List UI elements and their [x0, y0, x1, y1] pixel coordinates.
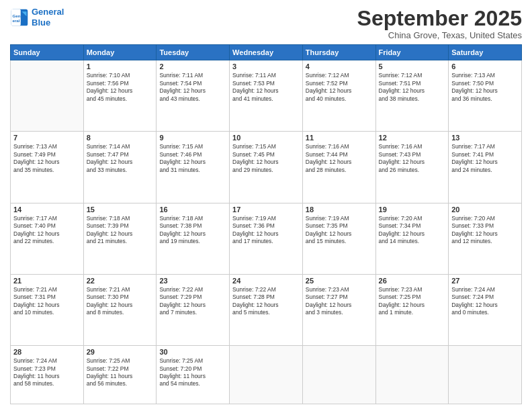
day-info: Sunrise: 7:15 AMSunset: 7:45 PMDaylight:…: [232, 143, 300, 174]
logo-text: General Blue: [32, 7, 64, 28]
col-friday: Friday: [375, 45, 449, 60]
col-monday: Monday: [83, 45, 157, 60]
table-row: 5Sunrise: 7:12 AMSunset: 7:51 PMDaylight…: [375, 60, 449, 132]
table-row: 7Sunrise: 7:13 AMSunset: 7:49 PMDaylight…: [11, 132, 84, 203]
table-row: 25Sunrise: 7:23 AMSunset: 7:27 PMDayligh…: [302, 274, 375, 345]
location: China Grove, Texas, United States: [357, 30, 522, 40]
title-area: September 2025 China Grove, Texas, Unite…: [357, 7, 522, 40]
header-row: Sunday Monday Tuesday Wednesday Thursday…: [11, 45, 522, 60]
day-info: Sunrise: 7:18 AMSunset: 7:38 PMDaylight:…: [159, 215, 226, 246]
day-number: 19: [379, 205, 446, 214]
table-row: 23Sunrise: 7:22 AMSunset: 7:29 PMDayligh…: [157, 274, 230, 345]
day-info: Sunrise: 7:18 AMSunset: 7:39 PMDaylight:…: [87, 215, 154, 246]
table-row: [449, 346, 522, 404]
table-row: 22Sunrise: 7:21 AMSunset: 7:30 PMDayligh…: [83, 274, 157, 345]
day-number: 21: [13, 277, 81, 285]
table-row: 21Sunrise: 7:21 AMSunset: 7:31 PMDayligh…: [11, 274, 84, 345]
day-number: 1: [87, 62, 154, 71]
day-info: Sunrise: 7:15 AMSunset: 7:46 PMDaylight:…: [159, 143, 226, 174]
day-info: Sunrise: 7:19 AMSunset: 7:36 PMDaylight:…: [232, 215, 300, 246]
day-number: 27: [451, 277, 519, 285]
day-info: Sunrise: 7:16 AMSunset: 7:44 PMDaylight:…: [306, 143, 373, 174]
table-row: 8Sunrise: 7:14 AMSunset: 7:47 PMDaylight…: [83, 132, 157, 203]
table-row: 26Sunrise: 7:23 AMSunset: 7:25 PMDayligh…: [375, 274, 449, 345]
day-number: 23: [159, 277, 226, 285]
day-info: Sunrise: 7:23 AMSunset: 7:25 PMDaylight:…: [379, 286, 446, 317]
day-info: Sunrise: 7:20 AMSunset: 7:34 PMDaylight:…: [379, 215, 446, 246]
day-info: Sunrise: 7:21 AMSunset: 7:31 PMDaylight:…: [13, 286, 81, 317]
day-number: 7: [13, 134, 81, 142]
table-row: 20Sunrise: 7:20 AMSunset: 7:33 PMDayligh…: [449, 203, 522, 274]
day-number: 12: [379, 134, 446, 142]
table-row: 29Sunrise: 7:25 AMSunset: 7:22 PMDayligh…: [83, 346, 157, 404]
day-number: 25: [306, 277, 373, 285]
day-number: 24: [232, 277, 300, 285]
table-row: 13Sunrise: 7:17 AMSunset: 7:41 PMDayligh…: [449, 132, 522, 203]
day-number: 9: [159, 134, 226, 142]
day-number: 16: [159, 205, 226, 214]
table-row: 28Sunrise: 7:24 AMSunset: 7:23 PMDayligh…: [11, 346, 84, 404]
header: Gen eral General Blue September 2025 Chi…: [10, 7, 522, 40]
day-number: 2: [159, 62, 226, 71]
table-row: [11, 60, 84, 132]
logo-line1: General: [32, 7, 64, 17]
day-info: Sunrise: 7:24 AMSunset: 7:24 PMDaylight:…: [451, 286, 519, 317]
day-number: 4: [306, 62, 373, 71]
day-info: Sunrise: 7:11 AMSunset: 7:54 PMDaylight:…: [159, 72, 226, 103]
table-row: 10Sunrise: 7:15 AMSunset: 7:45 PMDayligh…: [230, 132, 303, 203]
day-number: 3: [232, 62, 300, 71]
table-row: 30Sunrise: 7:25 AMSunset: 7:20 PMDayligh…: [157, 346, 230, 404]
calendar: Sunday Monday Tuesday Wednesday Thursday…: [10, 44, 522, 404]
day-info: Sunrise: 7:25 AMSunset: 7:20 PMDaylight:…: [159, 357, 226, 388]
table-row: 27Sunrise: 7:24 AMSunset: 7:24 PMDayligh…: [449, 274, 522, 345]
day-number: 14: [13, 205, 81, 214]
day-number: 26: [379, 277, 446, 285]
table-row: 6Sunrise: 7:13 AMSunset: 7:50 PMDaylight…: [449, 60, 522, 132]
table-row: 15Sunrise: 7:18 AMSunset: 7:39 PMDayligh…: [83, 203, 157, 274]
day-number: 28: [13, 348, 81, 356]
day-info: Sunrise: 7:13 AMSunset: 7:49 PMDaylight:…: [13, 143, 81, 174]
day-number: 18: [306, 205, 373, 214]
col-tuesday: Tuesday: [157, 45, 230, 60]
day-info: Sunrise: 7:20 AMSunset: 7:33 PMDaylight:…: [451, 215, 519, 246]
table-row: 16Sunrise: 7:18 AMSunset: 7:38 PMDayligh…: [157, 203, 230, 274]
table-row: [302, 346, 375, 404]
table-row: 17Sunrise: 7:19 AMSunset: 7:36 PMDayligh…: [230, 203, 303, 274]
day-number: 13: [451, 134, 519, 142]
day-info: Sunrise: 7:23 AMSunset: 7:27 PMDaylight:…: [306, 286, 373, 317]
day-info: Sunrise: 7:16 AMSunset: 7:43 PMDaylight:…: [379, 143, 446, 174]
table-row: 18Sunrise: 7:19 AMSunset: 7:35 PMDayligh…: [302, 203, 375, 274]
day-info: Sunrise: 7:17 AMSunset: 7:41 PMDaylight:…: [451, 143, 519, 174]
table-row: [230, 346, 303, 404]
svg-text:Gen: Gen: [13, 13, 21, 18]
col-saturday: Saturday: [449, 45, 522, 60]
day-info: Sunrise: 7:12 AMSunset: 7:52 PMDaylight:…: [306, 72, 373, 103]
day-number: 10: [232, 134, 300, 142]
table-row: 19Sunrise: 7:20 AMSunset: 7:34 PMDayligh…: [375, 203, 449, 274]
logo-line2: Blue: [32, 17, 50, 28]
day-number: 15: [87, 205, 154, 214]
day-number: 20: [451, 205, 519, 214]
table-row: [375, 346, 449, 404]
logo-icon: Gen eral: [10, 8, 29, 27]
day-number: 17: [232, 205, 300, 214]
day-number: 5: [379, 62, 446, 71]
day-info: Sunrise: 7:22 AMSunset: 7:28 PMDaylight:…: [232, 286, 300, 317]
month-title: September 2025: [357, 7, 522, 30]
table-row: 4Sunrise: 7:12 AMSunset: 7:52 PMDaylight…: [302, 60, 375, 132]
day-info: Sunrise: 7:21 AMSunset: 7:30 PMDaylight:…: [87, 286, 154, 317]
day-info: Sunrise: 7:24 AMSunset: 7:23 PMDaylight:…: [13, 357, 81, 388]
col-sunday: Sunday: [11, 45, 84, 60]
day-info: Sunrise: 7:17 AMSunset: 7:40 PMDaylight:…: [13, 215, 81, 246]
table-row: 12Sunrise: 7:16 AMSunset: 7:43 PMDayligh…: [375, 132, 449, 203]
day-info: Sunrise: 7:13 AMSunset: 7:50 PMDaylight:…: [451, 72, 519, 103]
table-row: 14Sunrise: 7:17 AMSunset: 7:40 PMDayligh…: [11, 203, 84, 274]
table-row: 11Sunrise: 7:16 AMSunset: 7:44 PMDayligh…: [302, 132, 375, 203]
page: Gen eral General Blue September 2025 Chi…: [0, 0, 532, 411]
day-number: 6: [451, 62, 519, 71]
day-number: 29: [87, 348, 154, 356]
day-info: Sunrise: 7:10 AMSunset: 7:56 PMDaylight:…: [87, 72, 154, 103]
logo: Gen eral General Blue: [10, 7, 64, 28]
table-row: 3Sunrise: 7:11 AMSunset: 7:53 PMDaylight…: [230, 60, 303, 132]
day-info: Sunrise: 7:14 AMSunset: 7:47 PMDaylight:…: [87, 143, 154, 174]
